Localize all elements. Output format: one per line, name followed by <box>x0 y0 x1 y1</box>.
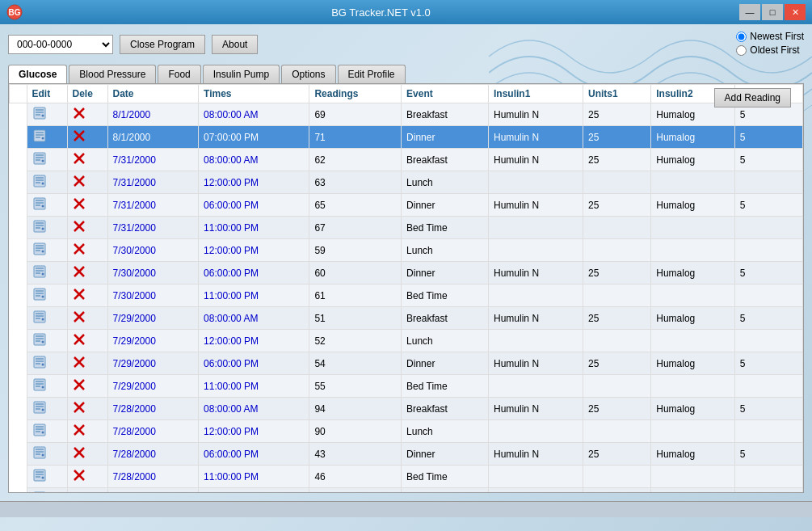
edit-icon[interactable] <box>32 310 47 324</box>
delete-icon[interactable] <box>73 446 86 459</box>
table-row[interactable]: 7/31/200008:00:00 AM62BreakfastHumulin N… <box>10 149 803 171</box>
edit-icon[interactable] <box>32 332 47 347</box>
delete-icon[interactable] <box>73 197 86 210</box>
edit-icon[interactable] <box>32 242 47 256</box>
edit-icon[interactable] <box>32 400 47 415</box>
add-reading-button[interactable]: Add Reading <box>714 88 791 107</box>
table-row[interactable]: 7/29/200006:00:00 PM54DinnerHumulin N25H… <box>10 352 803 375</box>
edit-cell[interactable] <box>27 103 67 126</box>
delete-cell[interactable] <box>67 466 107 488</box>
delete-cell[interactable] <box>67 217 107 239</box>
delete-cell[interactable] <box>67 103 107 126</box>
table-container[interactable]: Edit Dele Date Times Readings Event Insu… <box>9 84 803 492</box>
edit-cell[interactable] <box>27 217 67 239</box>
edit-cell[interactable] <box>27 466 67 488</box>
edit-cell[interactable] <box>27 352 67 375</box>
edit-cell[interactable] <box>27 194 67 217</box>
table-row[interactable]: 7/28/200012:00:00 PM90Lunch <box>10 420 803 443</box>
tab-blood-pressure[interactable]: Blood Pressure <box>69 65 156 83</box>
edit-cell[interactable] <box>27 488 67 493</box>
table-row[interactable]: 7/28/200011:00:00 PM46Bed Time <box>10 466 803 488</box>
delete-cell[interactable] <box>67 330 107 352</box>
maximize-button[interactable]: □ <box>762 4 783 20</box>
edit-cell[interactable] <box>27 398 67 420</box>
table-row[interactable]: 7/31/200011:00:00 PM67Bed Time <box>10 217 803 239</box>
edit-icon[interactable] <box>32 151 47 166</box>
delete-cell[interactable] <box>67 443 107 466</box>
delete-icon[interactable] <box>73 175 86 188</box>
edit-icon[interactable] <box>32 174 47 188</box>
minimize-button[interactable]: — <box>739 4 760 20</box>
edit-icon[interactable] <box>32 445 47 460</box>
table-row[interactable]: 7/27/200008:00:00 AM180BreakfastHumulin … <box>10 488 803 493</box>
delete-icon[interactable] <box>73 378 86 391</box>
delete-icon[interactable] <box>73 310 86 323</box>
delete-cell[interactable] <box>67 352 107 375</box>
table-row[interactable]: 8/1/200008:00:00 AM69BreakfastHumulin N2… <box>10 103 803 126</box>
edit-icon[interactable] <box>32 491 47 492</box>
edit-cell[interactable] <box>27 420 67 443</box>
edit-cell[interactable] <box>27 126 67 149</box>
edit-cell[interactable] <box>27 443 67 466</box>
edit-icon[interactable] <box>32 219 47 234</box>
delete-cell[interactable] <box>67 171 107 194</box>
tab-food[interactable]: Food <box>158 65 200 83</box>
delete-icon[interactable] <box>73 220 86 233</box>
edit-icon[interactable] <box>32 468 47 483</box>
about-button[interactable]: About <box>212 35 258 54</box>
edit-cell[interactable] <box>27 330 67 352</box>
delete-cell[interactable] <box>67 284 107 307</box>
table-row[interactable]: 7/29/200012:00:00 PM52Lunch <box>10 330 803 352</box>
delete-cell[interactable] <box>67 375 107 398</box>
edit-cell[interactable] <box>27 375 67 398</box>
delete-cell[interactable] <box>67 307 107 330</box>
delete-cell[interactable] <box>67 398 107 420</box>
edit-cell[interactable] <box>27 171 67 194</box>
edit-cell[interactable] <box>27 149 67 171</box>
delete-icon[interactable] <box>73 288 86 301</box>
delete-icon[interactable] <box>73 152 86 165</box>
table-row[interactable]: 7/31/200012:00:00 PM63Lunch <box>10 171 803 194</box>
delete-cell[interactable] <box>67 194 107 217</box>
edit-icon[interactable] <box>32 129 47 143</box>
delete-icon[interactable] <box>73 129 86 142</box>
table-row[interactable]: ▶ 8/1/200007:00:00 PM71DinnerHumulin N25… <box>10 126 803 149</box>
edit-cell[interactable] <box>27 307 67 330</box>
table-row[interactable]: 7/28/200008:00:00 AM94BreakfastHumulin N… <box>10 398 803 420</box>
edit-icon[interactable] <box>32 264 47 279</box>
delete-cell[interactable] <box>67 262 107 284</box>
close-button[interactable]: ✕ <box>785 4 806 20</box>
table-row[interactable]: 7/29/200008:00:00 AM51BreakfastHumulin N… <box>10 307 803 330</box>
edit-icon[interactable] <box>32 377 47 392</box>
table-row[interactable]: 7/29/200011:00:00 PM55Bed Time <box>10 375 803 398</box>
close-program-button[interactable]: Close Program <box>120 35 205 54</box>
delete-icon[interactable] <box>73 356 86 369</box>
edit-cell[interactable] <box>27 284 67 307</box>
tab-glucose[interactable]: Glucose <box>8 65 67 83</box>
delete-icon[interactable] <box>73 107 86 120</box>
table-row[interactable]: 7/31/200006:00:00 PM65DinnerHumulin N25H… <box>10 194 803 217</box>
delete-cell[interactable] <box>67 239 107 262</box>
edit-icon[interactable] <box>32 287 47 301</box>
oldest-first-option[interactable]: Oldest First <box>736 44 804 56</box>
newest-first-option[interactable]: Newest First <box>736 31 804 42</box>
edit-icon[interactable] <box>32 196 47 211</box>
delete-cell[interactable] <box>67 488 107 493</box>
delete-icon[interactable] <box>73 265 86 278</box>
delete-icon[interactable] <box>73 469 86 482</box>
delete-cell[interactable] <box>67 420 107 443</box>
edit-icon[interactable] <box>32 106 47 120</box>
table-row[interactable]: 7/30/200011:00:00 PM61Bed Time <box>10 284 803 307</box>
edit-icon[interactable] <box>32 423 47 437</box>
delete-icon[interactable] <box>73 333 86 346</box>
tab-options[interactable]: Options <box>281 65 335 83</box>
table-row[interactable]: 7/30/200012:00:00 PM59Lunch <box>10 239 803 262</box>
delete-cell[interactable] <box>67 126 107 149</box>
delete-icon[interactable] <box>73 401 86 414</box>
horizontal-scrollbar[interactable] <box>0 501 812 517</box>
tab-edit-profile[interactable]: Edit Profile <box>338 65 406 83</box>
edit-icon[interactable] <box>32 355 47 369</box>
edit-cell[interactable] <box>27 239 67 262</box>
delete-cell[interactable] <box>67 149 107 171</box>
id-dropdown[interactable]: 000-00-0000 <box>8 35 113 54</box>
